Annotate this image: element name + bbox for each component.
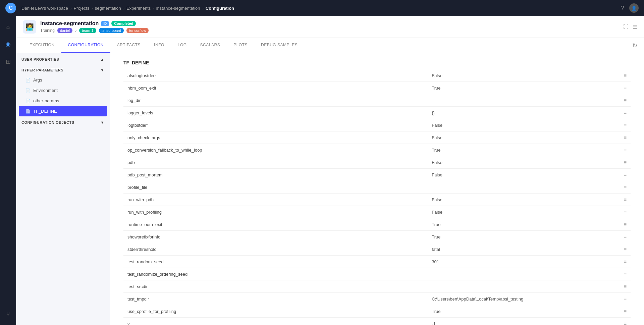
brain-icon[interactable]: ◉ (3, 39, 13, 50)
file-icon-other-params: 📄 (25, 99, 31, 103)
row-menu-icon[interactable]: ≡ (624, 222, 627, 227)
tag-tensorflow[interactable]: tensorflow (126, 28, 149, 33)
row-action[interactable]: ≡ (620, 69, 631, 82)
row-action[interactable]: ≡ (620, 268, 631, 280)
row-action[interactable]: ≡ (620, 206, 631, 218)
row-menu-icon[interactable]: ≡ (624, 197, 627, 202)
row-key: runtime_oom_exit (123, 218, 428, 231)
panel-item-environment[interactable]: 📄 Environment (16, 85, 110, 96)
section-configuration-objects-label: CONFIGURATION OBJECTS (21, 120, 74, 124)
row-action[interactable]: ≡ (620, 243, 631, 256)
row-menu-icon[interactable]: ≡ (624, 234, 627, 239)
panel-item-tf-define[interactable]: 📄 TF_DEFINE (19, 106, 107, 116)
tab-execution[interactable]: EXECUTION (23, 38, 61, 53)
tab-scalars[interactable]: SCALARS (194, 38, 227, 53)
row-menu-icon[interactable]: ≡ (624, 259, 627, 264)
tab-log[interactable]: LOG (171, 38, 194, 53)
row-action[interactable]: ≡ (620, 169, 631, 181)
row-menu-icon[interactable]: ≡ (624, 247, 627, 252)
row-menu-icon[interactable]: ≡ (624, 271, 627, 277)
row-menu-icon[interactable]: ≡ (624, 147, 627, 153)
breadcrumb-workspace[interactable]: Daniel Lew's workspace (21, 6, 68, 11)
tag-tensorboard[interactable]: tensorboard (99, 28, 124, 33)
row-action[interactable]: ≡ (620, 194, 631, 206)
row-menu-icon[interactable]: ≡ (624, 135, 627, 140)
row-action[interactable]: ≡ (620, 231, 631, 243)
row-menu-icon[interactable]: ≡ (624, 110, 627, 115)
section-user-properties[interactable]: USER PROPERTIES ▲ (16, 53, 110, 64)
row-menu-icon[interactable]: ≡ (624, 321, 627, 325)
row-menu-icon[interactable]: ≡ (624, 122, 627, 128)
row-value: False (428, 206, 620, 218)
row-value: False (428, 194, 620, 206)
home-icon[interactable]: ⌂ (3, 21, 13, 32)
help-icon[interactable]: ? (621, 5, 624, 12)
row-menu-icon[interactable]: ≡ (624, 73, 627, 78)
row-value: False (428, 156, 620, 169)
row-action[interactable]: ≡ (620, 181, 631, 194)
row-action[interactable]: ≡ (620, 131, 631, 144)
menu-icon[interactable]: ☰ (633, 24, 637, 30)
row-value: True (428, 305, 620, 318)
row-action[interactable]: ≡ (620, 318, 631, 325)
refresh-icon[interactable]: ↻ (632, 42, 637, 49)
table-row: run_with_pdb False ≡ (123, 194, 631, 206)
row-action[interactable]: ≡ (620, 119, 631, 131)
table-row: hbm_oom_exit True ≡ (123, 82, 631, 94)
row-menu-icon[interactable]: ≡ (624, 296, 627, 302)
user-avatar[interactable]: 👤 (629, 3, 639, 13)
section-hyper-parameters[interactable]: HYPER PARAMETERS ▼ (16, 64, 110, 75)
breadcrumb-projects[interactable]: Projects (73, 6, 89, 11)
row-action[interactable]: ≡ (620, 156, 631, 169)
row-action[interactable]: ≡ (620, 256, 631, 268)
exp-title-row: instance-segmentation ID Completed (40, 20, 619, 26)
row-action[interactable]: ≡ (620, 305, 631, 318)
row-action[interactable]: ≡ (620, 82, 631, 94)
row-menu-icon[interactable]: ≡ (624, 309, 627, 314)
row-action[interactable]: ≡ (620, 280, 631, 293)
tab-debug-samples[interactable]: DEBUG SAMPLES (254, 38, 304, 53)
row-action[interactable]: ≡ (620, 218, 631, 231)
row-action[interactable]: ≡ (620, 94, 631, 107)
github-icon[interactable]: ⑂ (3, 309, 13, 320)
row-key: use_cprofile_for_profiling (123, 305, 428, 318)
row-menu-icon[interactable]: ≡ (624, 172, 627, 177)
breadcrumb-instance-segmentation[interactable]: instance-segmentation (156, 6, 200, 11)
row-menu-icon[interactable]: ≡ (624, 98, 627, 103)
row-menu-icon[interactable]: ≡ (624, 160, 627, 165)
table-row: pdb_post_mortem False ≡ (123, 169, 631, 181)
row-menu-icon[interactable]: ≡ (624, 284, 627, 289)
tag-team1[interactable]: team-1 (79, 28, 96, 33)
tab-info[interactable]: INFO (147, 38, 171, 53)
fullscreen-icon[interactable]: ⛶ (623, 24, 629, 30)
row-menu-icon[interactable]: ≡ (624, 209, 627, 215)
breadcrumb-experiments[interactable]: Experiments (126, 6, 151, 11)
tab-artifacts[interactable]: ARTIFACTS (110, 38, 147, 53)
panel-item-other-params[interactable]: 📄 other-params (16, 96, 110, 106)
row-menu-icon[interactable]: ≡ (624, 184, 627, 190)
chevron-down-icon: ▼ (101, 68, 104, 72)
row-key: run_with_profiling (123, 206, 428, 218)
breadcrumb-segmentation[interactable]: segmentation (95, 6, 121, 11)
row-key: only_check_args (123, 131, 428, 144)
row-action[interactable]: ≡ (620, 107, 631, 119)
tab-plots[interactable]: PLOTS (227, 38, 254, 53)
panel-item-args[interactable]: 📄 Args (16, 75, 110, 85)
row-menu-icon[interactable]: ≡ (624, 85, 627, 91)
tab-configuration[interactable]: CONFIGURATION (61, 38, 110, 53)
row-action[interactable]: ≡ (620, 293, 631, 305)
row-key: profile_file (123, 181, 428, 194)
section-configuration-objects[interactable]: CONFIGURATION OBJECTS ▼ (16, 116, 110, 127)
breadcrumb-current: Configuration (206, 6, 234, 11)
grid-icon[interactable]: ⊞ (3, 56, 13, 67)
tag-daniel[interactable]: daniel (57, 28, 72, 33)
row-key: log_dir (123, 94, 428, 107)
row-key: test_tmpdir (123, 293, 428, 305)
chevron-down-icon-config: ▼ (101, 120, 104, 124)
row-action[interactable]: ≡ (620, 144, 631, 156)
panel-item-args-label: Args (33, 77, 42, 83)
breadcrumb: Daniel Lew's workspace › Projects › segm… (21, 6, 234, 11)
row-key: run_with_pdb (123, 194, 428, 206)
row-value (428, 268, 620, 280)
row-key: v (123, 318, 428, 325)
